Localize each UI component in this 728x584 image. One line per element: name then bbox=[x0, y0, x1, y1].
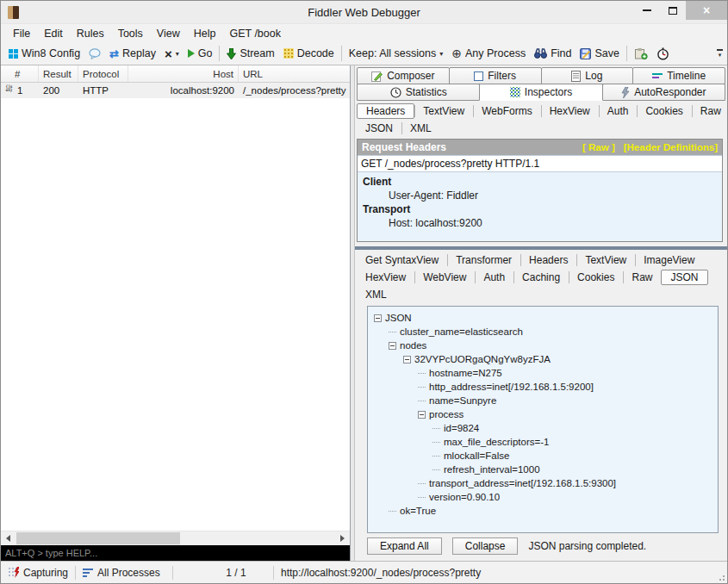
replay-button[interactable]: ⇄ Replay bbox=[105, 44, 160, 63]
maximize-button[interactable] bbox=[660, 1, 686, 20]
request-inspector-tabs: Headers TextView WebForms HexView Auth C… bbox=[355, 101, 727, 137]
request-tabs-row-1: Headers TextView WebForms HexView Auth C… bbox=[357, 103, 725, 120]
stream-button[interactable]: Stream bbox=[222, 44, 278, 63]
tree-leaf[interactable]: cluster_name=elasticsearch bbox=[389, 325, 716, 339]
tab-resp-caching[interactable]: Caching bbox=[513, 270, 569, 285]
go-button[interactable]: Go bbox=[184, 44, 217, 63]
scrollbar-track[interactable] bbox=[16, 531, 335, 545]
minimize-button[interactable] bbox=[634, 1, 660, 20]
tree-leaf[interactable]: transport_address=inet[/192.168.1.5:9300… bbox=[418, 476, 716, 490]
remove-sessions-button[interactable]: × ▾ bbox=[160, 44, 184, 63]
tree-leaf[interactable]: mlockall=False bbox=[432, 449, 716, 463]
save-button[interactable]: Save bbox=[576, 44, 624, 63]
tab-req-webforms[interactable]: WebForms bbox=[473, 103, 540, 119]
process-filter-toggle[interactable]: All Processes bbox=[76, 562, 172, 583]
go-play-icon bbox=[188, 49, 195, 58]
tab-req-raw[interactable]: Raw bbox=[692, 103, 728, 119]
toolbar-overflow-button[interactable]: ▾ bbox=[714, 46, 725, 61]
tree-node-json[interactable]: JSON bbox=[374, 311, 716, 325]
find-button[interactable]: Find bbox=[530, 44, 576, 63]
column-header-host[interactable]: Host bbox=[128, 65, 239, 82]
menu-view[interactable]: View bbox=[150, 28, 187, 40]
tree-leaf[interactable]: ok=True bbox=[389, 504, 716, 518]
tab-filters[interactable]: Filters bbox=[449, 67, 542, 84]
tab-resp-xml[interactable]: XML bbox=[357, 287, 395, 302]
scrollbar-thumb[interactable] bbox=[16, 532, 180, 544]
tab-req-auth[interactable]: Auth bbox=[599, 103, 638, 119]
tab-resp-headers[interactable]: Headers bbox=[520, 252, 576, 268]
menu-help[interactable]: Help bbox=[187, 28, 223, 40]
tab-log[interactable]: Log bbox=[541, 67, 634, 84]
tab-resp-transformer[interactable]: Transformer bbox=[447, 252, 520, 268]
clipboard-add-button[interactable] bbox=[630, 44, 652, 63]
timer-button[interactable] bbox=[652, 44, 674, 63]
close-button[interactable]: × bbox=[686, 1, 727, 20]
tab-req-hexview[interactable]: HexView bbox=[541, 103, 599, 119]
tab-resp-textview[interactable]: TextView bbox=[576, 252, 635, 268]
tab-req-textview[interactable]: TextView bbox=[414, 103, 473, 119]
tree-node-nodes[interactable]: nodes bbox=[389, 339, 716, 352]
keep-sessions-dropdown[interactable]: Keep: All sessions ▾ bbox=[345, 44, 447, 63]
tree-node-process[interactable]: process bbox=[418, 407, 716, 421]
tab-req-cookies[interactable]: Cookies bbox=[637, 103, 691, 119]
tab-resp-hexview[interactable]: HexView bbox=[357, 270, 414, 285]
collapse-minus-icon[interactable] bbox=[418, 411, 426, 419]
tab-resp-webview[interactable]: WebView bbox=[414, 270, 475, 285]
menu-rules[interactable]: Rules bbox=[70, 28, 111, 40]
header-entry-user-agent[interactable]: User-Agent: Fiddler bbox=[358, 189, 722, 202]
title-bar: Fiddler Web Debugger × bbox=[1, 1, 727, 23]
expand-all-button[interactable]: Expand All bbox=[367, 537, 442, 555]
tab-resp-cookies[interactable]: Cookies bbox=[569, 270, 623, 285]
raw-link[interactable]: [ Raw ] bbox=[582, 142, 615, 152]
menu-edit[interactable]: Edit bbox=[37, 28, 70, 40]
collapse-button[interactable]: Collapse bbox=[452, 537, 519, 555]
tree-leaf[interactable]: http_address=inet[/192.168.1.5:9200] bbox=[418, 380, 716, 394]
tree-node-id[interactable]: 32VYPcUORgaQNgYw8yzFJA bbox=[403, 352, 716, 366]
tree-leaf[interactable]: max_file_descriptors=-1 bbox=[432, 435, 716, 449]
menu-tools[interactable]: Tools bbox=[111, 28, 150, 40]
win8-config-button[interactable]: Win8 Config bbox=[4, 44, 84, 63]
column-header-protocol[interactable]: Protocol bbox=[78, 65, 128, 82]
tab-resp-syntaxview[interactable]: Get SyntaxView bbox=[357, 252, 447, 268]
column-header-result[interactable]: Result bbox=[39, 65, 78, 82]
column-header-url[interactable]: URL bbox=[239, 65, 350, 82]
horizontal-scrollbar[interactable] bbox=[1, 531, 350, 545]
menu-file[interactable]: File bbox=[6, 28, 37, 40]
resize-grip[interactable] bbox=[717, 573, 725, 581]
column-header-number[interactable]: # bbox=[1, 65, 39, 82]
scroll-right-button[interactable] bbox=[335, 531, 350, 545]
quickexec-input[interactable] bbox=[1, 545, 350, 561]
tab-req-json[interactable]: JSON bbox=[357, 121, 401, 136]
tab-resp-json[interactable]: JSON bbox=[661, 270, 707, 285]
session-row[interactable]: {js on}1 200 HTTP localhost:9200 /_nodes… bbox=[1, 83, 350, 98]
tab-inspectors[interactable]: Inspectors bbox=[479, 84, 602, 101]
tab-timeline[interactable]: Timeline bbox=[632, 67, 725, 84]
comment-button[interactable] bbox=[84, 44, 105, 63]
header-definitions-link[interactable]: [Header Definitions] bbox=[624, 142, 718, 152]
windows-logo-icon bbox=[9, 49, 18, 59]
menu-get-book[interactable]: GET /book bbox=[222, 28, 288, 40]
tab-resp-imageview[interactable]: ImageView bbox=[635, 252, 703, 268]
tree-leaf[interactable]: id=9824 bbox=[432, 421, 716, 435]
tab-resp-auth[interactable]: Auth bbox=[475, 270, 513, 285]
header-entry-host[interactable]: Host: localhost:9200 bbox=[358, 216, 722, 230]
tab-resp-raw[interactable]: Raw bbox=[623, 270, 661, 285]
decode-button[interactable]: Decode bbox=[279, 44, 339, 63]
tree-leaf[interactable]: version=0.90.10 bbox=[418, 490, 716, 504]
tree-leaf[interactable]: refresh_interval=1000 bbox=[432, 463, 716, 476]
tab-req-xml[interactable]: XML bbox=[401, 121, 440, 136]
collapse-minus-icon[interactable] bbox=[374, 314, 382, 322]
tab-composer[interactable]: Composer bbox=[357, 67, 450, 84]
tab-req-headers[interactable]: Headers bbox=[357, 103, 414, 119]
scroll-left-button[interactable] bbox=[1, 531, 16, 545]
tree-leaf[interactable]: hostname=N275 bbox=[418, 366, 716, 380]
collapse-minus-icon[interactable] bbox=[389, 342, 396, 350]
collapse-minus-icon[interactable] bbox=[403, 356, 411, 363]
tab-statistics[interactable]: Statistics bbox=[357, 84, 480, 101]
tab-autoresponder[interactable]: AutoResponder bbox=[602, 84, 725, 101]
main-tab-row-1: Composer Filters Log Timeline bbox=[357, 67, 725, 84]
tree-leaf[interactable]: name=Sunpyre bbox=[418, 394, 716, 407]
request-line[interactable]: GET /_nodes/process?pretty HTTP/1.1 bbox=[358, 155, 722, 172]
capturing-toggle[interactable]: Capturing bbox=[1, 562, 75, 583]
any-process-button[interactable]: ⊕ Any Process bbox=[447, 44, 530, 63]
